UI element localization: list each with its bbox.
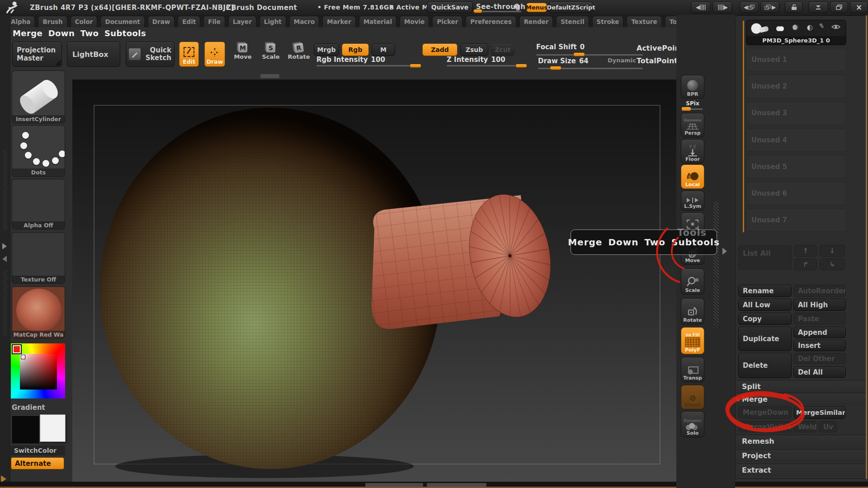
- cycle-ui-left-button[interactable]: ◀: [740, 1, 759, 13]
- move-subtool-bottom-button[interactable]: ↳: [820, 258, 845, 270]
- rgb-intensity-handle[interactable]: [410, 64, 421, 68]
- lock-button[interactable]: [785, 1, 803, 13]
- menu-picker[interactable]: Picker: [432, 16, 462, 27]
- main-color-swatch[interactable]: [12, 416, 39, 443]
- weld-button[interactable]: Weld: [793, 421, 817, 432]
- minimize-button[interactable]: [808, 1, 828, 13]
- all-high-button[interactable]: All High: [793, 299, 846, 311]
- cycle-ui-right-button[interactable]: ▶: [760, 1, 779, 13]
- lsym-button[interactable]: L.Sym: [681, 191, 704, 211]
- menu-brush[interactable]: Brush: [38, 16, 67, 27]
- rgb-button[interactable]: Rgb: [342, 43, 369, 56]
- rename-button[interactable]: Rename: [738, 285, 792, 297]
- secondary-color-swatch[interactable]: [40, 414, 66, 442]
- del-all-button[interactable]: Del All: [793, 366, 846, 378]
- current-color-swatch[interactable]: [12, 344, 22, 354]
- draw-mode-button[interactable]: Draw: [204, 42, 225, 67]
- right-scrollbar[interactable]: [713, 201, 719, 328]
- split-section-header[interactable]: Split: [736, 380, 866, 393]
- stroke-thumbnail[interactable]: Dots: [12, 125, 65, 177]
- transp-button[interactable]: Transp: [681, 357, 704, 382]
- merge-visible-button[interactable]: MergeVisible: [738, 421, 792, 432]
- subtool-item-selected[interactable]: ✎ PM3D_Sphere3D_1 0: [746, 20, 846, 45]
- bottom-scroll-nub-2[interactable]: [427, 483, 486, 487]
- zsub-button[interactable]: Zsub: [460, 43, 488, 56]
- default-zscript-button[interactable]: DefaultZScript: [549, 1, 593, 13]
- subtool-item-unused-4[interactable]: Unused 4: [746, 128, 846, 152]
- insert-button[interactable]: Insert: [793, 340, 846, 351]
- material-thumbnail[interactable]: MatCap Red Wa: [12, 286, 65, 339]
- m-button[interactable]: M: [372, 43, 395, 56]
- subtool-item-unused-2[interactable]: Unused 2: [746, 75, 846, 98]
- document-canvas[interactable]: [72, 80, 676, 482]
- rgb-intensity-slider[interactable]: [316, 65, 421, 66]
- subtool-item-unused-7[interactable]: Unused 7: [746, 208, 846, 232]
- left-scroll-texture[interactable]: [3, 149, 7, 230]
- persp-button[interactable]: Dynamic Persp: [681, 113, 704, 137]
- texture-thumbnail[interactable]: Texture Off: [12, 232, 65, 284]
- menu-document[interactable]: Document: [100, 16, 144, 27]
- spix-slider-handle[interactable]: [682, 107, 691, 111]
- merge-similar-button[interactable]: MergeSimilar: [794, 406, 845, 419]
- alpha-thumbnail[interactable]: Alpha Off: [12, 179, 65, 230]
- subtool-item-unused-5[interactable]: Unused 5: [746, 155, 846, 178]
- menu-draw[interactable]: Draw: [148, 16, 175, 27]
- switch-color-button[interactable]: SwitchColor: [11, 446, 65, 455]
- tray-open-arrow-icon[interactable]: [2, 243, 7, 249]
- solo-button[interactable]: Dynamic Solo: [681, 411, 704, 437]
- menu-render[interactable]: Render: [519, 16, 553, 27]
- merge-down-button[interactable]: MergeDown: [738, 406, 792, 419]
- move-mode-button[interactable]: M Move: [232, 43, 253, 60]
- menu-file[interactable]: File: [203, 16, 225, 27]
- zadd-button[interactable]: Zadd: [422, 43, 458, 56]
- viewport-3d[interactable]: [72, 80, 676, 482]
- subtool-item-unused-1[interactable]: Unused 1: [746, 48, 846, 71]
- subtool-item-unused-3[interactable]: Unused 3: [746, 101, 846, 125]
- canvas-hscroll-nub[interactable]: [260, 74, 279, 78]
- color-cursor[interactable]: [21, 355, 25, 359]
- project-section-header[interactable]: Project: [736, 449, 866, 462]
- color-picker[interactable]: [11, 343, 65, 399]
- focal-shift-handle[interactable]: [573, 52, 585, 56]
- alternate-button[interactable]: Alternate: [11, 457, 64, 469]
- scroll-left-button[interactable]: ◀||||: [691, 1, 711, 13]
- menu-texture[interactable]: Texture: [627, 16, 661, 27]
- del-other-button[interactable]: Del Other: [793, 353, 846, 364]
- move-subtool-down-button[interactable]: ↓: [820, 245, 845, 257]
- remesh-section-header[interactable]: Remesh: [736, 435, 866, 447]
- draw-size-handle[interactable]: [550, 66, 561, 70]
- local-button[interactable]: Local: [681, 164, 704, 189]
- menu-light[interactable]: Light: [259, 16, 286, 27]
- duplicate-button[interactable]: Duplicate: [738, 327, 792, 351]
- append-button[interactable]: Append: [793, 327, 846, 338]
- scroll-right-button[interactable]: ||||▶: [712, 1, 732, 13]
- cylinder-subtool[interactable]: [372, 188, 560, 329]
- auto-reorder-button[interactable]: AutoReorder: [793, 285, 846, 297]
- current-brush-thumbnail[interactable]: InsertCylinder: [12, 70, 65, 123]
- rotate-button[interactable]: Rotate: [681, 298, 704, 324]
- paste-button[interactable]: Paste: [793, 313, 846, 325]
- move-subtool-top-button[interactable]: ↱: [794, 258, 817, 270]
- quicksave-button[interactable]: QuickSave: [427, 1, 473, 13]
- menu-movie[interactable]: Movie: [400, 16, 429, 27]
- rotate-mode-button[interactable]: R Rotate: [288, 43, 310, 60]
- copy-button[interactable]: Copy: [738, 313, 792, 325]
- ghost-button[interactable]: ⊘ Ghost: [681, 385, 704, 409]
- menu-color[interactable]: Color: [71, 16, 98, 27]
- close-button[interactable]: ×: [850, 1, 868, 13]
- menu-macro[interactable]: Macro: [289, 16, 319, 27]
- mrgb-button[interactable]: Mrgb: [314, 43, 339, 56]
- menu-alpha[interactable]: Alpha: [6, 16, 35, 27]
- menu-material[interactable]: Material: [359, 16, 396, 27]
- menu-stencil[interactable]: Stencil: [556, 16, 589, 27]
- quick-sketch-button[interactable]: Quick Sketch: [126, 42, 175, 67]
- edit-mode-button[interactable]: Edit: [179, 42, 199, 67]
- menu-edit[interactable]: Edit: [178, 16, 200, 27]
- lightbox-button[interactable]: LightBox: [67, 42, 120, 67]
- projection-master-button[interactable]: Projection Master: [12, 42, 62, 67]
- restore-button[interactable]: [830, 1, 848, 13]
- menu-stroke[interactable]: Stroke: [592, 16, 624, 27]
- focal-shift-slider[interactable]: [536, 54, 643, 56]
- list-all-button[interactable]: List All: [738, 245, 792, 270]
- all-low-button[interactable]: All Low: [738, 299, 792, 311]
